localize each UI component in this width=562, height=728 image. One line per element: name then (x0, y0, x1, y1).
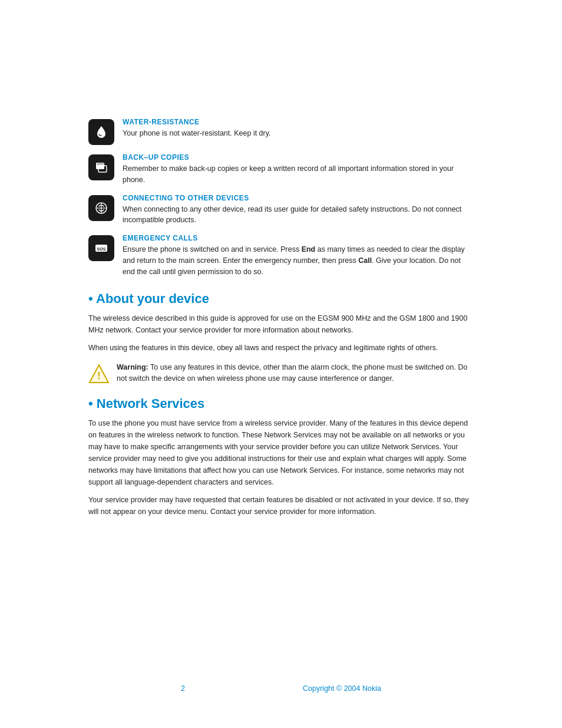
connecting-devices-content: CONNECTING TO OTHER DEVICES When connect… (123, 194, 474, 226)
connecting-devices-item: CONNECTING TO OTHER DEVICES When connect… (88, 194, 474, 226)
page-number: 2 (181, 684, 185, 693)
svg-text:SOS: SOS (97, 247, 106, 251)
warning-icon: ! (88, 363, 110, 384)
page-footer: 2 Copyright © 2004 Nokia (0, 684, 562, 693)
water-resistance-title: WATER-RESISTANCE (123, 118, 271, 126)
network-section: Network Services To use the phone you mu… (88, 396, 474, 518)
backup-copies-icon-box (88, 154, 114, 180)
emergency-calls-title: EMERGENCY CALLS (123, 234, 474, 242)
emergency-calls-body: Ensure the phone is switched on and in s… (123, 244, 474, 277)
emergency-calls-content: EMERGENCY CALLS Ensure the phone is swit… (123, 234, 474, 277)
network-heading: Network Services (88, 396, 474, 411)
network-para2: Your service provider may have requested… (88, 494, 474, 518)
water-resistance-item: WATER-RESISTANCE Your phone is not water… (88, 118, 474, 145)
backup-copies-title: BACK–UP COPIES (123, 153, 474, 162)
about-para2: When using the features in this device, … (88, 342, 474, 354)
backup-copies-item: BACK–UP COPIES Remember to make back-up … (88, 153, 474, 186)
page: WATER-RESISTANCE Your phone is not water… (0, 0, 562, 728)
copyright-text: Copyright © 2004 Nokia (303, 684, 381, 693)
backup-icon (94, 160, 109, 175)
water-resistance-content: WATER-RESISTANCE Your phone is not water… (123, 118, 271, 139)
connecting-devices-icon-box (88, 195, 114, 221)
warning-text: Warning: To use any features in this dev… (117, 362, 474, 384)
backup-copies-content: BACK–UP COPIES Remember to make back-up … (123, 153, 474, 186)
svg-text:!: ! (97, 371, 100, 381)
warning-box: ! Warning: To use any features in this d… (88, 362, 474, 384)
about-section: About your device The wireless device de… (88, 291, 474, 384)
network-para1: To use the phone you must have service f… (88, 417, 474, 488)
connecting-devices-body: When connecting to any other device, rea… (123, 204, 474, 226)
connect-icon (94, 200, 109, 216)
emergency-calls-icon-box: SOS (88, 235, 114, 261)
water-resistance-icon-box (88, 119, 114, 145)
about-heading: About your device (88, 291, 474, 307)
backup-copies-body: Remember to make back-up copies or keep … (123, 163, 474, 186)
water-icon (94, 124, 109, 140)
sos-icon: SOS (94, 241, 109, 256)
water-resistance-body: Your phone is not water-resistant. Keep … (123, 128, 271, 139)
safety-sections-list: WATER-RESISTANCE Your phone is not water… (88, 118, 474, 277)
emergency-calls-item: SOS EMERGENCY CALLS Ensure the phone is … (88, 234, 474, 277)
about-para1: The wireless device described in this gu… (88, 312, 474, 336)
connecting-devices-title: CONNECTING TO OTHER DEVICES (123, 194, 474, 202)
